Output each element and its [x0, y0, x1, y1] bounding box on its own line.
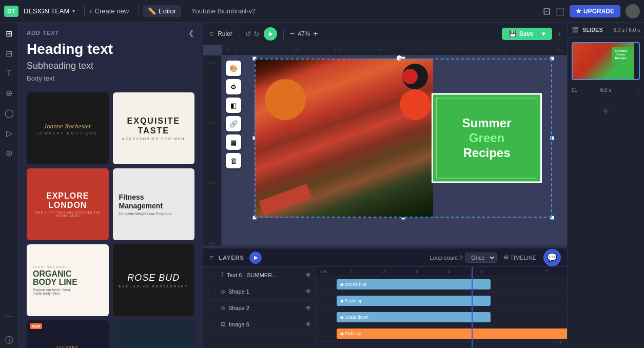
timeline-icon: ⊞: [504, 254, 509, 261]
tpl-joanne-content: Joanne Rochester JEWELRY BOUTIQUE: [27, 92, 109, 164]
sidebar-icon-more[interactable]: ···: [4, 310, 14, 323]
subheading-text-option[interactable]: Subheading text: [27, 61, 194, 71]
undo-button[interactable]: ↺: [245, 30, 251, 38]
save-button[interactable]: 💾 Save ▾: [502, 28, 552, 40]
present-icon[interactable]: ⬚: [556, 6, 564, 17]
template-rosebud[interactable]: ROSE BUD EXCLUSIVE RESTAURANT: [113, 244, 195, 316]
more-options-icon[interactable]: ›: [558, 29, 561, 38]
editor-button[interactable]: ✏️ Editor: [143, 5, 181, 17]
sidebar-icon-layers[interactable]: ⊟: [4, 47, 14, 61]
chat-button[interactable]: 💬: [543, 249, 561, 266]
loop-select[interactable]: Once Loop: [465, 253, 497, 263]
visibility-toggle-shape1[interactable]: 👁: [305, 288, 311, 295]
add-icon: +: [602, 104, 609, 118]
animate-tool[interactable]: ▦: [226, 134, 241, 150]
template-fitness[interactable]: FitnessManagement Complete Weight Loss P…: [113, 168, 195, 240]
tpl-organic-eyebrow: 100% NATURAL: [33, 265, 68, 268]
panel-title: ADD TEXT: [27, 30, 59, 36]
slide-duration: 6.0 s: [600, 87, 612, 93]
toolbar-sep: [239, 29, 239, 39]
undo-redo: ↺ ↻: [245, 30, 260, 38]
slides-header: 🎬 SLIDES 6.0 s / 6.0 s: [568, 23, 644, 38]
canvas-viewport[interactable]: px 0 200 400 600 800 1000 1200 1400 200 …: [203, 45, 567, 245]
canvas-side-tools: 🎨 ⚙ ◧ 🔗 ▦ 🗑: [226, 61, 241, 168]
add-slide-button[interactable]: +: [568, 95, 644, 126]
timeline-button[interactable]: ⊞ TIMELINE: [504, 254, 536, 261]
tpl-rosebud-title: ROSE BUD: [127, 273, 180, 283]
timeline-plus-icon[interactable]: +: [559, 338, 563, 346]
handle-br[interactable]: [550, 216, 554, 220]
template-westcoast[interactable]: LOS ANGELES WEST COAST MUSIC FESTIVAL: [113, 320, 195, 348]
visibility-toggle-image[interactable]: 👁: [305, 321, 311, 328]
track-bar-words-blur[interactable]: ◀ Words blur: [337, 279, 491, 289]
heading-text-option[interactable]: Heading text: [27, 41, 194, 57]
sidebar-icon-shapes[interactable]: ◯: [3, 106, 16, 120]
panel-collapse-button[interactable]: ❮: [188, 29, 194, 37]
tpl-organic-body: Explore our fresh, hand-made body lotion: [33, 288, 71, 295]
track-shape2: ◀ Scale down: [316, 309, 567, 325]
slide-number: 01: [572, 87, 577, 93]
loop-count-label: Loop count ?: [430, 255, 463, 261]
redo-button[interactable]: ↻: [253, 30, 260, 38]
team-chevron-icon[interactable]: ▾: [72, 8, 75, 14]
layer-row-text[interactable]: ⋮⋮ T Text 6 - SUMMER... 👁: [203, 267, 316, 283]
visibility-toggle-text[interactable]: 👁: [305, 272, 311, 279]
time-mark-2: 2: [368, 269, 400, 274]
layers-tool[interactable]: ◧: [226, 98, 241, 113]
time-mark-7: 7: [531, 269, 563, 274]
layer-row-shape2[interactable]: ⋮⋮ ◎ Shape 2 👁: [203, 300, 316, 316]
color-picker-tool[interactable]: 🎨: [226, 61, 241, 76]
templates-grid: Joanne Rochester JEWELRY BOUTIQUE EXQUIS…: [18, 88, 203, 348]
delete-tool[interactable]: 🗑: [226, 153, 241, 168]
handle-rm[interactable]: [550, 136, 554, 140]
comment-icon[interactable]: ⊡: [543, 6, 551, 17]
avatar[interactable]: [626, 4, 640, 18]
drag-handle-icon: ⋮⋮: [207, 288, 218, 294]
ruler-vertical: 200 400 600 800: [203, 55, 222, 245]
layer-row-shape1[interactable]: ⋮⋮ ◎ Shape 1 👁: [203, 283, 316, 300]
handle-tr[interactable]: [550, 56, 554, 61]
track-bar-scale-down[interactable]: ◀ Scale down: [337, 312, 491, 322]
ruler-label[interactable]: Ruler: [218, 30, 232, 37]
visibility-toggle-shape2[interactable]: 👁: [305, 304, 311, 312]
body-text-option[interactable]: Body text: [27, 74, 194, 82]
slide-thumb-text: SummerGreenRecipes: [615, 49, 627, 61]
canvas-frame[interactable]: Summer Green Recipes: [255, 59, 552, 218]
play-icon: ▶: [269, 31, 273, 36]
timeline-minus-icon[interactable]: −: [553, 338, 557, 346]
doc-title[interactable]: Youtube thumbnail-v2: [191, 7, 541, 15]
track-label-scale-up: ◀ Scale up: [340, 298, 363, 303]
settings-tool[interactable]: ⚙: [226, 79, 241, 94]
zoom-out-button[interactable]: −: [290, 29, 295, 38]
timeline-controls: Loop count ? Once Loop ⊞ TIMELINE 💬: [430, 249, 561, 266]
sidebar-icon-copy[interactable]: ⊕: [4, 86, 14, 100]
layers-list-icon: ≡: [209, 254, 213, 262]
sidebar-icon-info[interactable]: ⓘ: [3, 333, 15, 348]
sidebar-icon-text[interactable]: T: [5, 67, 14, 80]
slide-options-icon[interactable]: ⬚: [634, 86, 640, 93]
sidebar-icon-grid[interactable]: ⊞: [4, 27, 14, 41]
zoom-in-button[interactable]: +: [313, 29, 318, 38]
berry-red: [402, 69, 418, 84]
track-bar-scale-up[interactable]: ◀ Scale up: [337, 296, 491, 306]
save-dropdown-arrow[interactable]: ▾: [538, 30, 545, 37]
sidebar-icon-brand[interactable]: ⊘: [4, 146, 14, 160]
play-button[interactable]: ▶: [264, 27, 277, 41]
layer-row-image[interactable]: ⋮⋮ 🖼 Image 6 👁: [203, 316, 316, 333]
slide-thumbnail[interactable]: SummerGreenRecipes: [572, 42, 640, 80]
template-exquisite[interactable]: EXQUISITETASTE ACCESSORIES FOR MEN: [113, 92, 195, 164]
template-sale[interactable]: NEW 24HOURS SALE ONLINE & IN STORES: [27, 320, 109, 348]
green-box-line1: Summer: [462, 116, 511, 131]
template-joanne[interactable]: Joanne Rochester JEWELRY BOUTIQUE: [27, 92, 109, 164]
create-new-button[interactable]: + Create new: [89, 7, 129, 15]
green-title-box[interactable]: Summer Green Recipes: [432, 93, 542, 183]
link-tool[interactable]: 🔗: [226, 116, 241, 131]
sidebar-icon-media[interactable]: ▷: [4, 126, 14, 140]
template-organic[interactable]: 100% NATURAL ORGANICBODY LINE Explore ou…: [27, 244, 109, 316]
tpl-exquisite-sub: ACCESSORIES FOR MEN: [122, 137, 185, 141]
track-bar-slide-up[interactable]: ◀ Slide up: [337, 328, 567, 339]
timeline-play-button[interactable]: ▶: [249, 252, 262, 264]
template-london[interactable]: EXPLORELONDON TAKE A CITY TOUR AND DISCO…: [27, 168, 109, 240]
upgrade-button[interactable]: ★ UPGRADE: [570, 5, 620, 17]
track-image: ◀ Slide up: [316, 325, 567, 342]
